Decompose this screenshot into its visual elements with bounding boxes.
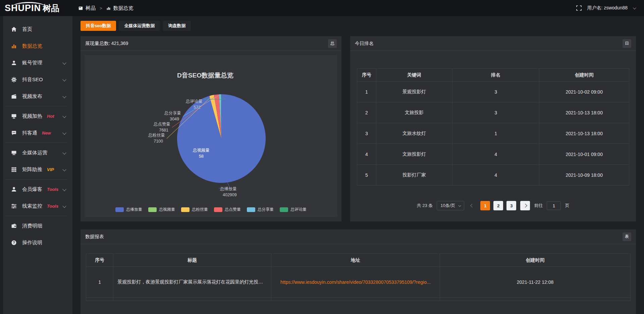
tab-2[interactable]: 询盘数据 — [163, 21, 191, 31]
tab-0[interactable]: 抖音seo数据 — [80, 21, 116, 31]
chevron-right-icon — [523, 204, 527, 207]
sidebar-item-tag: Tools — [47, 187, 58, 192]
table-cell: 2021-10-02 09:00 — [539, 82, 629, 102]
table-cell — [86, 298, 113, 301]
svg-text:3049: 3049 — [170, 117, 179, 121]
sidebar-item-0[interactable]: 首页 — [0, 21, 72, 38]
prev-page-button[interactable] — [468, 204, 476, 207]
total-badge-button[interactable]: 总 — [328, 39, 337, 48]
chevron-left-icon — [471, 204, 474, 207]
table-badge-button[interactable]: 表 — [623, 232, 631, 241]
table-cell — [113, 298, 271, 301]
table-cell — [440, 298, 630, 301]
sidebar-item-8[interactable]: 矩阵助推VIP — [0, 161, 72, 178]
chevron-down-icon — [62, 187, 66, 191]
table-cell: 文旅投影 — [376, 102, 452, 123]
legend-swatch — [280, 207, 288, 212]
column-header: 序号 — [86, 254, 113, 267]
sidebar-item-tag: Tools — [47, 204, 58, 209]
table-cell: 2021-10-13 18:00 — [539, 102, 629, 123]
table-cell: 文旅投影灯 — [376, 144, 452, 165]
sidebar-item-6[interactable]: 抖客通New — [0, 124, 72, 141]
sidebar-item-label: 首页 — [22, 26, 32, 33]
sidebar-item-4[interactable]: 视频发布 — [0, 88, 72, 105]
legend-item[interactable]: 总视频量 — [148, 207, 175, 212]
goto-suffix: 页 — [565, 203, 569, 209]
legend-item[interactable]: 总分享量 — [247, 207, 274, 212]
sidebar-item-label: 全媒体运营 — [22, 150, 47, 156]
table-cell: 景观投影灯 — [376, 82, 452, 102]
sidebar-item-12[interactable]: ?操作说明 — [0, 234, 72, 251]
video-icon — [11, 94, 17, 99]
fullscreen-icon[interactable] — [576, 5, 582, 11]
sidebar-item-label: 视频加热 — [22, 113, 42, 119]
table-row: 3文旅水纹灯12021-10-13 18:00 — [357, 123, 629, 144]
sidebar-item-2[interactable]: 账号管理 — [0, 54, 72, 71]
bar-chart-icon — [11, 43, 17, 49]
chevron-down-icon — [62, 204, 66, 208]
legend-swatch — [181, 207, 190, 212]
table-row: 1景观投影灯，夜游景观投影灯厂家展示展示落花灯在花园里的灯光投影应用效果 #ht… — [86, 267, 631, 298]
svg-text:总播放量: 总播放量 — [220, 187, 237, 191]
column-header: 排名 — [452, 69, 539, 82]
table-cell: 4 — [452, 165, 539, 186]
sidebar-item-label: 抖客通 — [22, 130, 37, 136]
report-title-cell: 景观投影灯，夜游景观投影灯厂家展示展示落花灯在花园里的灯光投影应用效果 # — [113, 267, 271, 298]
table-cell: 3 — [452, 102, 539, 123]
sidebar-item-label: 抖音SEO — [22, 76, 43, 83]
legend-item[interactable]: 总点赞量 — [214, 207, 241, 212]
page-button-3[interactable]: 3 — [506, 201, 516, 210]
sidebar-item-11[interactable]: 消费明细 — [0, 217, 72, 234]
sidebar-item-7[interactable]: 全媒体运营 — [0, 144, 72, 161]
report-panel: 数据报表 表 序号标题地址创建时间 1景观投影灯，夜游景观投影灯厂家展示展示落花… — [80, 229, 636, 314]
table-cell — [271, 298, 440, 301]
question-icon: ? — [11, 240, 17, 246]
sidebar-item-label: 账号管理 — [22, 60, 42, 66]
legend-item[interactable]: 总播放量 — [115, 207, 142, 212]
impressions-panel-header: 展现量总数: 421,369 总 — [80, 36, 341, 51]
goto-page-input[interactable] — [547, 201, 561, 210]
svg-text:402909: 402909 — [223, 193, 237, 197]
chevron-down-icon[interactable] — [633, 6, 636, 9]
table-cell: 1 — [357, 82, 376, 102]
table-cell: 文旅水纹灯 — [376, 123, 452, 144]
sidebar-item-1[interactable]: 数据总览 — [0, 38, 72, 54]
table-row-partial — [86, 298, 631, 301]
legend-swatch — [214, 207, 222, 212]
chevron-down-icon — [62, 77, 66, 81]
breadcrumb-root[interactable]: 树品 — [86, 5, 96, 11]
page-button-1[interactable]: 1 — [480, 201, 490, 210]
sidebar-item-3[interactable]: 抖音SEO — [0, 71, 72, 88]
day-badge-button[interactable]: 日 — [623, 39, 631, 48]
legend-swatch — [115, 207, 124, 212]
legend-label: 总播放量 — [126, 207, 142, 212]
sidebar-item-label: 会员爆客 — [22, 186, 42, 193]
svg-text:7100: 7100 — [154, 139, 163, 144]
svg-text:572: 572 — [194, 105, 201, 110]
svg-text:总分享量: 总分享量 — [164, 111, 181, 115]
legend-item[interactable]: 总粉丝量 — [181, 207, 208, 212]
legend-item[interactable]: 总评论量 — [280, 207, 307, 212]
logo-text-cn: 树品 — [43, 3, 59, 14]
sidebar-item-5[interactable]: 视频加热Hot — [0, 108, 72, 124]
next-page-button[interactable] — [520, 201, 530, 210]
heat-icon — [11, 113, 17, 119]
chart-title: D音SEO数据量总览 — [177, 72, 233, 79]
tab-1[interactable]: 全媒体运营数据 — [119, 21, 160, 31]
sidebar-item-10[interactable]: 线索监控Tools — [0, 198, 72, 214]
page-button-2[interactable]: 2 — [493, 201, 503, 210]
username-label[interactable]: 用户名: zswodun88 — [587, 5, 628, 11]
table-cell: 2021-10-01 09:00 — [539, 144, 629, 165]
sidebar-item-9[interactable]: 会员爆客Tools — [0, 181, 72, 198]
column-header: 标题 — [113, 254, 271, 267]
impressions-total-label: 展现量总数: 421,369 — [85, 41, 128, 47]
app-icon — [78, 6, 83, 10]
top-bar: SHUPIN 树品 树品 > 数据总览 用户名: zswodun88 — [0, 0, 644, 16]
pie-chart-svg: D音SEO数据量总览总播放量402909总视频量58总粉丝量7100总点赞量76… — [85, 55, 337, 207]
sidebar-item-label: 线索监控 — [22, 203, 42, 209]
video-link[interactable]: https://www.iesdouyin.com/share/video/70… — [280, 279, 431, 285]
page-size-select[interactable]: 10条/页 — [437, 201, 464, 210]
table-cell: 4 — [452, 144, 539, 165]
sidebar-menu: 首页数据总览账号管理抖音SEO视频发布视频加热Hot抖客通New全媒体运营矩阵助… — [0, 21, 72, 251]
chevron-down-icon — [62, 61, 66, 64]
